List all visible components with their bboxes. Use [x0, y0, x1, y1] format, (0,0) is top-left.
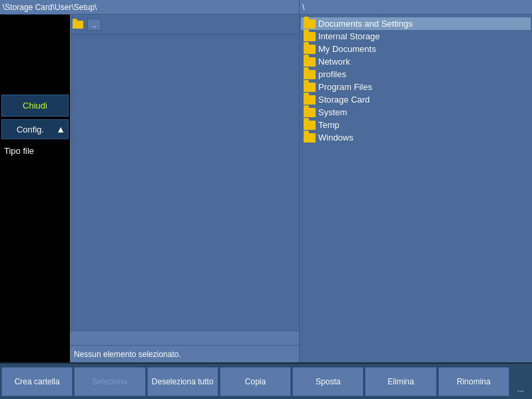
folder-item[interactable]: Storage Card: [301, 93, 531, 106]
folder-icon: [304, 57, 316, 67]
folder-icon: [304, 45, 316, 54]
up-button-label: ..: [92, 20, 97, 29]
folder-item[interactable]: Temp: [301, 119, 531, 131]
left-panel-status-bar: [70, 330, 299, 345]
folder-icon: [304, 108, 316, 117]
left-panel: .. Nessun elemento selezionato.: [70, 15, 300, 362]
status-text: Nessun elemento selezionato.: [74, 350, 181, 359]
sposta-button[interactable]: Sposta: [292, 367, 364, 396]
folder-icon: [304, 19, 316, 29]
folder-item[interactable]: Network: [301, 55, 531, 68]
left-panel-files[interactable]: [70, 35, 299, 330]
folder-icon: [304, 70, 316, 79]
folder-icon: [304, 121, 316, 130]
folder-name: Storage Card: [318, 95, 370, 105]
left-path-text: \Storage Card\User\Setup\: [3, 3, 97, 12]
folder-item[interactable]: System: [301, 106, 531, 119]
folder-name: My Documents: [318, 44, 376, 54]
chiudi-button[interactable]: Chiudi: [1, 95, 69, 117]
folder-icon: [304, 83, 316, 92]
left-panel-info: Nessun elemento selezionato.: [70, 345, 299, 362]
folder-name: Program Files: [318, 82, 372, 92]
left-path: \Storage Card\User\Setup\: [0, 0, 300, 14]
folder-item[interactable]: Internal Storage: [301, 30, 531, 43]
config-label: Config.: [5, 125, 56, 135]
elimina-button[interactable]: Elimina: [365, 367, 436, 396]
deseleziona-tutto-button[interactable]: Deseleziona tutto: [147, 367, 218, 396]
right-panel[interactable]: Documents and SettingsInternal StorageMy…: [300, 15, 532, 362]
bottom-toolbar: Crea cartella Seleziona Deseleziona tutt…: [0, 362, 532, 399]
folder-icon: [304, 32, 316, 41]
more-options[interactable]: ...: [511, 384, 531, 396]
crea-cartella-button[interactable]: Crea cartella: [1, 367, 73, 396]
left-panel-toolbar: ..: [70, 15, 299, 35]
folder-item[interactable]: Windows: [301, 131, 531, 144]
folder-icon: [304, 133, 316, 143]
folder-item[interactable]: Documents and Settings: [301, 17, 531, 30]
folder-icon-small: [73, 21, 83, 29]
folder-name: Windows: [318, 133, 354, 143]
main-area: Chiudi Config. ▲ Tipo file .. Nessun ele…: [0, 15, 532, 362]
folder-item[interactable]: profiles: [301, 68, 531, 81]
right-path: \: [300, 0, 532, 14]
folder-name: Temp: [318, 120, 340, 130]
right-path-text: \: [302, 3, 304, 12]
config-button[interactable]: Config. ▲: [1, 119, 69, 139]
up-arrow-icon: ▲: [56, 124, 65, 135]
up-button[interactable]: ..: [87, 19, 101, 31]
folder-name: profiles: [318, 69, 346, 79]
folder-icon: [304, 95, 316, 105]
folder-name: Network: [318, 57, 350, 67]
folder-name: Internal Storage: [318, 31, 380, 41]
sidebar: Chiudi Config. ▲ Tipo file: [0, 15, 70, 362]
path-bar: \Storage Card\User\Setup\ \: [0, 0, 532, 15]
folder-item[interactable]: My Documents: [301, 43, 531, 55]
folder-name: Documents and Settings: [318, 19, 413, 29]
folder-name: System: [318, 107, 347, 117]
rinomina-button[interactable]: Rinomina: [438, 367, 509, 396]
folder-item[interactable]: Program Files: [301, 81, 531, 93]
copia-button[interactable]: Copia: [220, 367, 291, 396]
seleziona-button[interactable]: Seleziona: [74, 367, 145, 396]
tipo-file-label: Tipo file: [1, 142, 69, 160]
